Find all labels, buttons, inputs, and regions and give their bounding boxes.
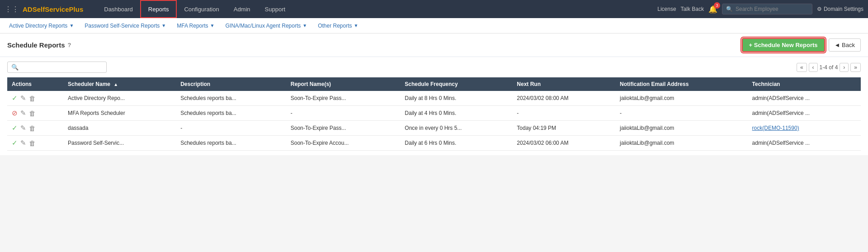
chevron-down-icon: ▼	[161, 23, 166, 28]
talk-back-link[interactable]: Talk Back	[681, 6, 704, 12]
schedule-title: Schedule Reports ?	[7, 41, 71, 49]
table-search-row: 🔍 « ‹ 1-4 of 4 › »	[7, 62, 861, 73]
delete-icon[interactable]: 🗑	[29, 124, 36, 132]
schedule-frequency-cell: Daily at 6 Hrs 0 Mins.	[400, 136, 512, 151]
main-nav: Dashboard Reports Configuration Admin Su…	[97, 0, 657, 18]
col-scheduler-name[interactable]: Scheduler Name ▲	[63, 77, 176, 91]
technician-cell: admin(ADSelfService ...	[748, 106, 861, 121]
schedule-frequency-cell: Once in every 0 Hrs 5...	[400, 121, 512, 136]
next-run-cell: Today 04:19 PM	[512, 121, 615, 136]
technician-cell: rock(DEMO-11590)	[748, 121, 861, 136]
col-description: Description	[176, 77, 286, 91]
table-area: 🔍 « ‹ 1-4 of 4 › » Actions Scheduler Nam…	[0, 57, 868, 155]
schedule-frequency-cell: Daily at 4 Hrs 0 Mins.	[400, 106, 512, 121]
table-row: ✓ ✎ 🗑 Active Directory Repo... Schedules…	[7, 91, 861, 106]
description-cell: -	[176, 121, 286, 136]
next-run-cell: -	[512, 106, 615, 121]
table-row: ✓ ✎ 🗑 Password Self-Servic... Schedules …	[7, 136, 861, 151]
delete-icon[interactable]: 🗑	[29, 95, 36, 102]
email-cell: jaiioktaLib@gmail.com	[615, 136, 748, 151]
last-page-button[interactable]: »	[850, 63, 861, 72]
license-talk-section: License Talk Back	[657, 6, 704, 12]
status-toggle-icon[interactable]: ✓	[12, 94, 18, 102]
col-email: Notification Email Address	[615, 77, 748, 91]
email-cell: -	[615, 106, 748, 121]
table-search-bar[interactable]: 🔍	[7, 62, 107, 73]
delete-icon[interactable]: 🗑	[29, 109, 36, 117]
top-right: License Talk Back 🔔 3 🔍 ⚙ Domain Setting…	[657, 4, 863, 14]
page-content: Schedule Reports ? + Schedule New Report…	[0, 33, 868, 155]
col-next-run: Next Run	[512, 77, 615, 91]
report-names-cell: Soon-To-Expire Pass...	[286, 121, 401, 136]
help-icon[interactable]: ?	[68, 42, 71, 48]
table-header-row: Actions Scheduler Name ▲ Description Rep…	[7, 77, 861, 91]
table-search-input[interactable]	[19, 64, 103, 71]
sub-nav-password-self-service[interactable]: Password Self-Service Reports ▼	[80, 18, 170, 33]
col-technician: Technician	[748, 77, 861, 91]
notification-bell[interactable]: 🔔 3	[708, 5, 717, 14]
actions-cell-1: ⊘ ✎ 🗑	[7, 106, 63, 121]
prev-page-button[interactable]: ‹	[809, 63, 818, 72]
app-grid-icon[interactable]: ⋮⋮	[5, 5, 19, 14]
chevron-down-icon: ▼	[302, 23, 307, 28]
first-page-button[interactable]: «	[797, 63, 807, 72]
nav-item-configuration[interactable]: Configuration	[177, 0, 226, 18]
next-page-button[interactable]: ›	[840, 63, 849, 72]
actions-cell-2: ✓ ✎ 🗑	[7, 121, 63, 136]
chevron-down-icon: ▼	[69, 23, 74, 28]
search-icon: 🔍	[11, 64, 19, 71]
edit-icon[interactable]: ✎	[20, 139, 26, 147]
next-run-cell: 2024/03/02 08:00 AM	[512, 91, 615, 106]
edit-icon[interactable]: ✎	[20, 94, 26, 102]
edit-icon[interactable]: ✎	[20, 124, 26, 132]
logo-text: ADSelfServicePlus	[23, 5, 83, 13]
nav-item-admin[interactable]: Admin	[226, 0, 258, 18]
gear-icon: ⚙	[817, 6, 822, 12]
license-link[interactable]: License	[657, 6, 676, 12]
next-run-cell: 2024/03/02 06:00 AM	[512, 136, 615, 151]
technician-cell: admin(ADSelfService ...	[748, 136, 861, 151]
col-schedule-frequency: Schedule Frequency	[400, 77, 512, 91]
employee-search-bar[interactable]: 🔍	[722, 4, 812, 14]
back-button[interactable]: ◄ Back	[829, 38, 861, 52]
sub-nav-mfa[interactable]: MFA Reports ▼	[172, 18, 219, 33]
status-toggle-icon[interactable]: ⊘	[12, 109, 18, 117]
status-toggle-icon[interactable]: ✓	[12, 139, 18, 147]
technician-link[interactable]: rock(DEMO-11590)	[752, 125, 799, 131]
status-toggle-icon[interactable]: ✓	[12, 124, 18, 132]
table-row: ✓ ✎ 🗑 dassada - Soon-To-Expire Pass... O…	[7, 121, 861, 136]
scheduler-name-cell: Active Directory Repo...	[63, 91, 176, 106]
domain-settings-link[interactable]: ⚙ Domain Settings	[817, 6, 863, 12]
scheduler-name-cell: Password Self-Servic...	[63, 136, 176, 151]
sub-nav-other[interactable]: Other Reports ▼	[313, 18, 363, 33]
chevron-down-icon: ▼	[354, 23, 359, 28]
nav-item-support[interactable]: Support	[258, 0, 293, 18]
schedule-table: Actions Scheduler Name ▲ Description Rep…	[7, 77, 861, 151]
sub-nav: Active Directory Reports ▼ Password Self…	[0, 18, 868, 33]
schedule-new-reports-button[interactable]: + Schedule New Reports	[742, 38, 825, 52]
sort-arrow-icon: ▲	[113, 82, 118, 87]
col-actions: Actions	[7, 77, 63, 91]
report-names-cell: Soon-To-Expire Pass...	[286, 91, 401, 106]
actions-cell-0: ✓ ✎ 🗑	[7, 91, 63, 106]
notification-badge: 3	[714, 2, 720, 9]
chevron-down-icon: ▼	[210, 23, 215, 28]
scheduler-name-cell: MFA Reports Scheduler	[63, 106, 176, 121]
app-logo: ADSelfServicePlus	[23, 5, 83, 13]
report-names-cell: Soon-To-Expire Accou...	[286, 136, 401, 151]
search-input[interactable]	[736, 6, 808, 12]
sub-nav-active-directory[interactable]: Active Directory Reports ▼	[5, 18, 78, 33]
pagination: « ‹ 1-4 of 4 › »	[797, 63, 861, 72]
scheduler-name-cell: dassada	[63, 121, 176, 136]
actions-cell-3: ✓ ✎ 🗑	[7, 136, 63, 151]
header-right: + Schedule New Reports ◄ Back	[742, 38, 861, 52]
sub-nav-gina[interactable]: GINA/Mac/Linux Agent Reports ▼	[221, 18, 312, 33]
nav-item-reports[interactable]: Reports	[140, 0, 177, 18]
col-report-names: Report Name(s)	[286, 77, 401, 91]
edit-icon[interactable]: ✎	[20, 109, 26, 117]
email-cell: jaiioktaLib@gmail.com	[615, 121, 748, 136]
nav-item-dashboard[interactable]: Dashboard	[97, 0, 140, 18]
search-icon: 🔍	[726, 6, 733, 12]
delete-icon[interactable]: 🗑	[29, 139, 36, 147]
email-cell: jaiioktaLib@gmail.com	[615, 91, 748, 106]
